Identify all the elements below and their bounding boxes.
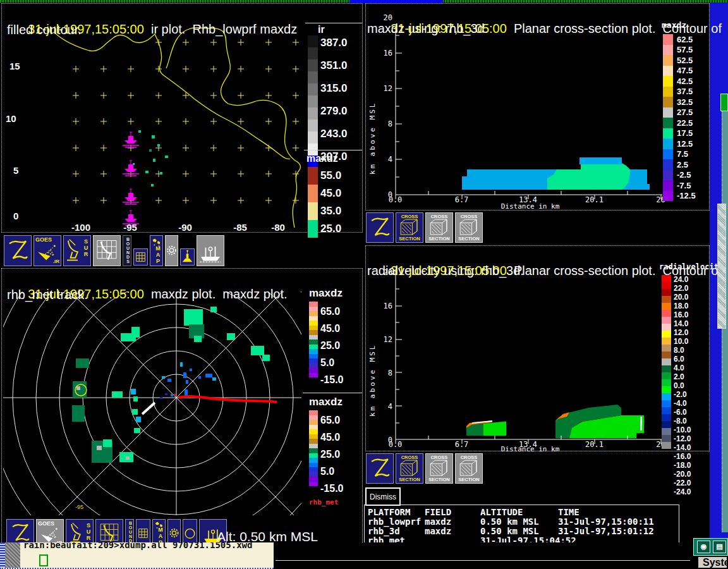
xsec-maxdz-xlabel: Distance in km — [480, 202, 581, 211]
toolbar-icon — [134, 249, 147, 265]
colorbar-block — [309, 316, 318, 321]
y-tick-label: 20 — [375, 0, 392, 35]
colorbar-tick: 20.0 — [674, 293, 691, 302]
xsec-maxdz-colorbar — [663, 34, 673, 201]
y-tick-label: 0 — [375, 177, 392, 212]
colorbar-tick: 62.5 — [677, 34, 696, 45]
colorbar-block — [309, 410, 318, 415]
colorbar-block — [663, 87, 673, 97]
colorbar-block — [662, 372, 671, 379]
colorbar-tick: -15.0 — [320, 480, 343, 497]
col-field: FIELD — [425, 508, 480, 517]
xsec-toolbar-1: CROSS SECTION CROSS SECTION CROSS SECTIO… — [366, 212, 483, 243]
toolbar-button[interactable] — [197, 235, 224, 266]
toolbar-button[interactable]: CROSS SECTION — [425, 212, 453, 243]
colorbar-block — [309, 373, 318, 378]
panel-ir-map: 31-jul-1997,15:05:00 ir plot. Rhb_lowprf… — [1, 3, 363, 233]
toolbar-button[interactable] — [4, 235, 32, 266]
colorbar-tick: -4.0 — [674, 399, 691, 408]
y-tick-label: 20 — [375, 256, 392, 290]
lat-tick-15: 15 — [9, 61, 20, 71]
colorbar-tick: 5.0 — [320, 354, 343, 371]
colorbar-tick: 10.0 — [674, 337, 691, 346]
toolbar-button-label: GOES — [38, 520, 63, 527]
scrollbar-thumb[interactable] — [717, 204, 726, 329]
colorbar-tick: -8.0 — [674, 417, 691, 425]
terminal-window[interactable]: rain:beaufait:209>xdump.all 970731.1505.… — [0, 542, 274, 569]
toolbar-button[interactable]: CROSS SECTION — [455, 453, 483, 484]
toolbar-button-label: SUR — [83, 238, 88, 257]
colorbar-block — [662, 331, 671, 338]
radar-map-label: -95 — [75, 504, 83, 510]
colorbar-block — [662, 310, 671, 317]
terminal-resize-handle[interactable] — [5, 542, 20, 569]
colorbar-block — [309, 326, 318, 331]
colorbar-block — [309, 448, 318, 453]
toolbar-button-label: SUR — [85, 522, 91, 541]
colorbar-tick: 315.0 — [320, 77, 348, 100]
colorbar-tick: 12.0 — [674, 328, 691, 337]
colorbar-tick: 22.5 — [677, 118, 696, 128]
toolbar-button[interactable] — [366, 453, 394, 484]
toolbar-button[interactable]: CROSS SECTION — [396, 453, 423, 484]
toolbar-button[interactable]: MAP — [150, 235, 163, 266]
partial-window-titlebar[interactable]: ◉ ▤ ti — [693, 538, 728, 556]
colorbar-block — [309, 429, 318, 434]
toolbar-button[interactable]: GOES .IR — [33, 235, 61, 266]
colorbar-tick: 7.5 — [677, 149, 696, 160]
ir-panel-title-line2: filled contour. — [7, 21, 82, 38]
colorbar-block — [308, 107, 318, 119]
lon-tick--90: -90 — [178, 222, 192, 233]
maxdz-colorbar-ticks: 55.045.035.025.0 — [320, 167, 341, 238]
toolbar-icon — [94, 236, 120, 266]
toolbar-button[interactable] — [180, 248, 195, 266]
colorbar-block — [662, 282, 671, 289]
colorbar-block — [308, 202, 318, 220]
colorbar-tick: 57.5 — [677, 45, 696, 56]
window-menu-icon[interactable]: ◉ — [697, 541, 710, 553]
colorbar-tick: -14.0 — [674, 443, 691, 452]
colorbar-tick: 16.0 — [674, 310, 691, 319]
toolbar-button-sublabel: .IR — [53, 259, 59, 264]
y-tick-label: 16 — [375, 290, 392, 323]
colorbar-tick: 8.0 — [674, 346, 691, 355]
colorbar-divider — [304, 150, 362, 150]
ir-title-text: ir plot. Rhb_lowprf maxdz — [144, 22, 297, 36]
toolbar-button[interactable]: CROSS SECTION — [425, 453, 453, 484]
colorbar-block — [663, 191, 673, 202]
bottom-black-strip — [274, 542, 692, 569]
colorbar-tick: -18.0 — [674, 461, 691, 470]
contour-radvel-blob1-bright — [483, 422, 506, 436]
colorbar-block — [308, 220, 318, 238]
colorbar-block — [309, 302, 318, 307]
cell-altitude: 0.50 km MSL — [480, 517, 558, 527]
colorbar-tick: 45.0 — [320, 429, 343, 446]
toolbar-button[interactable]: CROSS SECTION — [396, 212, 423, 243]
colorbar-block — [662, 400, 671, 407]
colorbar-block — [663, 107, 673, 118]
toolbar-button[interactable]: BOUNDS — [123, 235, 131, 266]
toolbar-button[interactable] — [165, 235, 178, 266]
y-tick-label: 8 — [375, 106, 392, 142]
colorbar-block — [309, 345, 318, 350]
colorbar-tick: 5.0 — [320, 463, 343, 480]
window-iconify-icon[interactable]: ▤ — [713, 541, 726, 553]
toolbar-button[interactable]: SUR — [63, 235, 91, 266]
colorbar-block — [662, 414, 671, 421]
cell-altitude: 0.50 km MSL — [480, 527, 558, 536]
toolbar-button[interactable]: CROSS SECTION — [455, 212, 483, 243]
panel-xsec-radvel: 31-jul-1997,15:05:00 Planar cross-sectio… — [365, 245, 710, 451]
dismiss-button[interactable]: Dismiss — [365, 487, 401, 506]
partial-window-button[interactable] — [720, 94, 728, 111]
toolbar-button[interactable] — [93, 235, 121, 266]
colorbar-block — [309, 444, 318, 449]
colorbar-tick: 42.5 — [677, 76, 696, 87]
lat-tick-0: 0 — [13, 211, 18, 221]
colorbar-tick: -6.0 — [674, 408, 691, 417]
terminal-cursor — [39, 554, 48, 566]
toolbar-button[interactable] — [366, 212, 394, 243]
contour-maxdz-cap — [579, 157, 622, 164]
ship-track — [179, 396, 277, 402]
colorbar-tick: 2.0 — [674, 372, 691, 381]
toolbar-button[interactable] — [133, 248, 148, 266]
